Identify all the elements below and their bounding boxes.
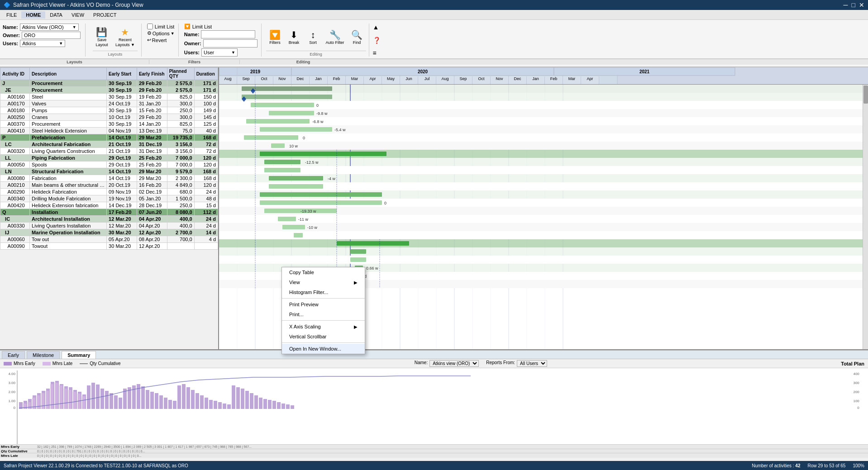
table-row[interactable]: A00290 Helideck Fabrication 09 Nov.19 02… (0, 189, 218, 195)
table-row[interactable]: A00210 Main beams & other structural ele… (0, 182, 218, 189)
recent-layouts-button[interactable]: ★ RecentLayouts ▼ (113, 25, 138, 49)
table-row[interactable]: A00060 Tow out 05 Apr.20 08 Apr.20 700,0… (0, 236, 218, 243)
limit-list-row[interactable]: Limit List (147, 24, 174, 29)
table-row[interactable]: A00250 Cranes 10 Oct.19 29 Feb.20 300,0 … (0, 114, 218, 121)
ctx-open-new-window[interactable]: Open In New Window... (282, 344, 365, 354)
table-row[interactable]: A00330 Living Quarters Installation 12 M… (0, 223, 218, 229)
revert-button[interactable]: ↩ Revert (147, 37, 167, 43)
table-row[interactable]: A00420 Helideck Extension fabrication 14… (0, 202, 218, 209)
break-button[interactable]: ⬇ Break (285, 28, 303, 46)
tab-summary[interactable]: Summary (62, 351, 96, 359)
menu-view[interactable]: VIEW (67, 11, 89, 19)
up-icon[interactable]: ▲ (373, 24, 381, 31)
cell-duration: 120 d (194, 182, 218, 189)
menu-project[interactable]: PROJECT (89, 11, 121, 19)
table-row[interactable]: IJ Marine Operation Installation 30 Mar.… (0, 229, 218, 236)
close-button[interactable]: ✕ (859, 1, 864, 9)
table-row[interactable]: LN Structural Fabrication 14 Oct.19 29 M… (0, 168, 218, 175)
chart-header-area: Mhrs Early Mhrs Late Qty Cumulative Name… (0, 359, 868, 368)
table-row[interactable]: JE Procurement 30 Sep.19 29 Feb.20 2 575… (0, 87, 218, 94)
table-row[interactable]: A00180 Pumps 30 Sep.19 15 Feb.20 250,0 1… (0, 107, 218, 114)
owner-right-input[interactable] (203, 39, 258, 47)
cell-duration: 72 d (194, 148, 218, 155)
name-dropdown-arrow[interactable]: ▼ (72, 25, 76, 29)
cell-early-finish: 29 Feb.20 (137, 87, 167, 94)
sort-button[interactable]: ↕ Sort (304, 28, 322, 46)
users-right-select[interactable]: User ▼ (201, 48, 238, 57)
name-label: Name: (3, 24, 18, 30)
name-right-input[interactable] (201, 30, 255, 38)
owner-input[interactable]: ORO (22, 32, 81, 39)
col-early-finish[interactable]: Early Finish (137, 68, 167, 80)
limit-list-filter-row[interactable]: 🔽 Limit List (184, 24, 258, 29)
context-menu[interactable]: Copy Table View ▶ Histogram Filter... Pr… (281, 267, 365, 354)
chart-name-select[interactable]: Atkins view (ORO) (429, 360, 479, 367)
cell-early-start: 30 Sep.19 (107, 107, 137, 114)
ctx-copy-table[interactable]: Copy Table (282, 267, 365, 277)
minimize-button[interactable]: ─ (844, 1, 848, 9)
ctx-x-axis-scaling[interactable]: X Axis Scaling ▶ (282, 322, 365, 332)
col-description[interactable]: Description (30, 68, 107, 80)
help-icon[interactable]: ❓ (373, 37, 381, 44)
options-button[interactable]: ⚙ Options ▼ (147, 30, 175, 36)
gantt-vscrollbar[interactable] (863, 85, 868, 349)
svg-text:2020: 2020 (418, 69, 428, 74)
table-row[interactable]: LC Architectural Fabrication 21 Oct.19 3… (0, 141, 218, 148)
users-dropdown-arrow[interactable]: ▼ (59, 41, 63, 46)
cell-planned-qty: 825,0 (167, 121, 194, 128)
maximize-button[interactable]: □ (852, 1, 855, 9)
histogram-chart[interactable]: 4.00 3.00 2.00 1.00 0 (0, 368, 868, 458)
titlebar-controls[interactable]: ─ □ ✕ (844, 1, 864, 9)
table-row[interactable]: P Prefabrication 14 Oct.19 29 Mar.20 19 … (0, 134, 218, 141)
menu-icon[interactable]: ≡ (373, 49, 381, 57)
table-row[interactable]: A00370 Procurement 30 Sep.19 14 Jan.20 8… (0, 121, 218, 128)
ctx-view[interactable]: View ▶ (282, 277, 365, 287)
ctx-print-preview[interactable]: Print Preview (282, 299, 365, 309)
svg-rect-188 (59, 385, 62, 409)
col-early-start[interactable]: Early Start (107, 68, 137, 80)
cell-early-finish: 12 Apr.20 (137, 243, 167, 250)
cell-early-finish: 25 Feb.20 (137, 161, 167, 168)
find-button[interactable]: 🔍 Find (348, 28, 366, 46)
ctx-histogram-filter[interactable]: Histogram Filter... (282, 287, 365, 297)
filters-button[interactable]: 🔽 Filters (266, 28, 284, 46)
col-duration[interactable]: Duration (194, 68, 218, 80)
table-row[interactable]: A00090 Towout 30 Mar.20 12 Apr.20 (0, 243, 218, 250)
users-select[interactable]: Atkins ▼ (20, 40, 65, 47)
users-right-arrow[interactable]: ▼ (231, 50, 235, 55)
table-row[interactable]: Q Installation 17 Feb.20 07 Jun.20 8 080… (0, 209, 218, 216)
ctx-print[interactable]: Print... (282, 309, 365, 319)
col-planned-qty[interactable]: Planned QTY (167, 68, 194, 80)
tab-early[interactable]: Early (2, 351, 25, 359)
svg-rect-137 (100, 389, 104, 409)
table-row[interactable]: A00050 Spools 29 Oct.19 25 Feb.20 7 000,… (0, 161, 218, 168)
save-layout-button[interactable]: 💾 SaveLayout (93, 25, 111, 49)
limit-list-checkbox[interactable] (147, 24, 153, 29)
menu-file[interactable]: FILE (2, 11, 21, 19)
filters-icon: 🔽 (269, 29, 281, 40)
table-row[interactable]: IC Architectural Installation 12 Mar.20 … (0, 216, 218, 223)
reports-from-select[interactable]: All Users (517, 360, 547, 367)
table-row[interactable]: A00170 Valves 24 Oct.19 31 Jan.20 300,0 … (0, 100, 218, 107)
table-row[interactable]: A00080 Fabrication 14 Oct.19 29 Mar.20 2… (0, 175, 218, 182)
col-activity-id[interactable]: Activity ID (0, 68, 30, 80)
menu-data[interactable]: DATA (45, 11, 67, 19)
cell-duration: 120 d (194, 161, 218, 168)
filter-icon: 🔽 (184, 24, 191, 29)
chart-data-row-1: Mhrs Early 32 | 162 | 251 | 398 | 799 | … (0, 445, 868, 449)
table-row[interactable]: A00340 Drilling Module Fabrication 19 No… (0, 195, 218, 202)
menu-home[interactable]: HOME (21, 11, 45, 19)
tab-milestone[interactable]: Milestone (27, 351, 60, 359)
table-row[interactable]: A00410 Steel Helideck Extension 04 Nov.1… (0, 128, 218, 134)
table-row[interactable]: A00320 Living Quarters Construction 21 O… (0, 148, 218, 155)
svg-rect-148 (150, 392, 154, 409)
table-row[interactable]: J Procurement 30 Sep.19 29 Feb.20 2 575,… (0, 80, 218, 87)
auto-filter-button[interactable]: 🔧 Auto Filter (323, 28, 347, 47)
svg-text:-19.33 w: -19.33 w (300, 209, 316, 214)
name-input[interactable]: Atkins View (ORO) ▼ (20, 24, 79, 31)
table-row[interactable]: LL Piping Fabrication 29 Oct.19 25 Feb.2… (0, 155, 218, 161)
limit-list-filter-label: Limit List (192, 24, 212, 29)
ctx-vertical-scrollbar[interactable]: Vertical Scrollbar (282, 332, 365, 342)
ctx-histogram-filter-label: Histogram Filter... (289, 290, 328, 295)
table-row[interactable]: A00160 Steel 30 Sep.19 19 Feb.20 825,0 1… (0, 94, 218, 100)
